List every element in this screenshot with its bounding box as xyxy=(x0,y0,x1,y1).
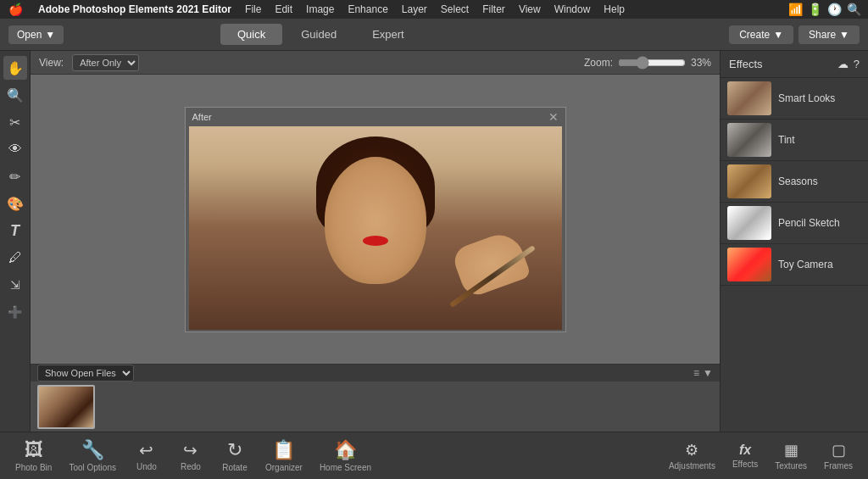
thumbnail-1[interactable] xyxy=(37,385,95,429)
effect-label-smart-looks: Smart Looks xyxy=(778,92,835,104)
search-icon[interactable]: 🔍 xyxy=(847,3,861,16)
menu-enhance[interactable]: Enhance xyxy=(341,2,394,17)
effects-title: Effects xyxy=(729,58,763,70)
menu-window[interactable]: Window xyxy=(548,2,598,17)
rotate-label: Rotate xyxy=(222,463,247,472)
menu-select[interactable]: Select xyxy=(434,2,476,17)
adjustments-icon: ⚙ xyxy=(685,441,698,460)
canvas-window: After ✕ xyxy=(185,107,566,332)
home-screen-button[interactable]: 🏠 Home Screen xyxy=(313,436,378,476)
hand-shape xyxy=(450,228,531,299)
tool-zoom[interactable]: 🔍 xyxy=(3,83,27,107)
create-share-buttons: Create ▼ Share ▼ xyxy=(729,25,860,44)
undo-button[interactable]: ↩ Undo xyxy=(126,437,167,475)
filmstrip-content xyxy=(31,382,720,432)
redo-button[interactable]: ↪ Redo xyxy=(170,437,211,475)
effect-toy-camera[interactable]: Toy Camera xyxy=(721,244,868,286)
tool-move[interactable]: ✋ xyxy=(3,56,27,80)
tool-add[interactable]: ➕ xyxy=(3,300,27,324)
tab-quick[interactable]: Quick xyxy=(220,24,282,45)
zoom-slider[interactable] xyxy=(618,56,686,70)
tool-brush[interactable]: ✏ xyxy=(3,164,27,188)
rotate-button[interactable]: ↻ Rotate xyxy=(214,436,255,476)
menu-help[interactable]: Help xyxy=(597,2,632,17)
menu-edit[interactable]: Edit xyxy=(268,2,299,17)
tool-fill[interactable]: 🎨 xyxy=(3,192,27,215)
effects-cloud-icon[interactable]: ☁ xyxy=(837,58,849,70)
effects-header-icons: ☁ ? xyxy=(837,58,860,70)
apple-icon[interactable]: 🍎 xyxy=(0,3,31,16)
effects-label: Effects xyxy=(732,460,758,469)
filmstrip: Show Open Files ≡ ▼ xyxy=(31,364,720,432)
effect-tint[interactable]: Tint xyxy=(721,120,868,161)
effect-label-seasons: Seasons xyxy=(778,175,818,187)
photo-bin-button[interactable]: 🖼 Photo Bin xyxy=(8,436,58,476)
tool-transform[interactable]: ⇲ xyxy=(3,273,27,297)
frames-label: Frames xyxy=(824,461,853,471)
filmstrip-expand-icon[interactable]: ▼ xyxy=(703,367,713,379)
tool-crop[interactable]: ✂ xyxy=(3,110,27,134)
adjustments-button[interactable]: ⚙ Adjustments xyxy=(662,437,722,474)
undo-label: Undo xyxy=(136,462,157,471)
lips-shape xyxy=(363,236,388,246)
textures-button[interactable]: ▦ Textures xyxy=(768,437,814,474)
effect-thumb-pencil xyxy=(727,206,771,240)
effect-thumb-smart-looks xyxy=(727,81,771,115)
effects-header: Effects ☁ ? xyxy=(721,51,868,78)
tab-expert[interactable]: Expert xyxy=(355,24,421,45)
tool-pen[interactable]: 🖊 xyxy=(3,246,27,270)
zoom-area: Zoom: 33% xyxy=(584,56,711,70)
effect-smart-looks[interactable]: Smart Looks xyxy=(721,78,868,120)
menu-filter[interactable]: Filter xyxy=(476,2,512,17)
tool-eye[interactable]: 👁 xyxy=(3,137,27,161)
menubar: 🍎 Adobe Photoshop Elements 2021 Editor F… xyxy=(0,0,868,19)
adjustments-label: Adjustments xyxy=(669,461,715,471)
photo-canvas[interactable] xyxy=(189,126,562,330)
view-select[interactable]: After Only xyxy=(72,54,139,71)
left-toolbar: ✋ 🔍 ✂ 👁 ✏ 🎨 T 🖊 ⇲ ➕ xyxy=(0,51,31,432)
tab-guided[interactable]: Guided xyxy=(284,24,353,45)
app-title: Adobe Photoshop Elements 2021 Editor xyxy=(31,3,238,15)
effect-seasons[interactable]: Seasons xyxy=(721,161,868,203)
effect-label-pencil: Pencil Sketch xyxy=(778,217,840,229)
effects-fx-icon: fx xyxy=(739,443,751,458)
redo-label: Redo xyxy=(181,462,201,471)
bottom-bar: 🖼 Photo Bin 🔧 Tool Options ↩ Undo ↪ Redo… xyxy=(0,432,868,479)
tool-options-button[interactable]: 🔧 Tool Options xyxy=(62,436,123,476)
effect-pencil-sketch[interactable]: Pencil Sketch xyxy=(721,203,868,244)
face-shape xyxy=(325,157,426,284)
center-area: View: After Only Zoom: 33% After ✕ xyxy=(31,51,720,432)
thumbnail-preview xyxy=(39,387,93,427)
canvas-area: After ✕ xyxy=(31,75,720,364)
share-button[interactable]: Share ▼ xyxy=(798,25,860,44)
menu-items: File Edit Image Enhance Layer Select Fil… xyxy=(238,2,632,17)
effects-button[interactable]: fx Effects xyxy=(726,439,765,472)
home-label: Home Screen xyxy=(320,463,371,472)
effects-list: Smart Looks Tint Seasons Pencil Sketch T… xyxy=(721,78,868,432)
frames-button[interactable]: ▢ Frames xyxy=(817,437,860,474)
filmstrip-bar: Show Open Files ≡ ▼ xyxy=(31,365,720,382)
toolbar: Open ▼ Quick Guided Expert Create ▼ Shar… xyxy=(0,19,868,51)
portrait-background xyxy=(189,126,562,330)
clock-icon: 🕐 xyxy=(827,3,842,16)
organizer-icon: 📋 xyxy=(272,439,295,461)
open-label: Open xyxy=(17,29,42,41)
effect-thumb-seasons xyxy=(727,164,771,198)
filmstrip-list-icon[interactable]: ≡ xyxy=(693,367,699,379)
effects-help-icon[interactable]: ? xyxy=(854,58,860,70)
create-button[interactable]: Create ▼ xyxy=(729,25,793,44)
menu-view[interactable]: View xyxy=(512,2,548,17)
main-area: ✋ 🔍 ✂ 👁 ✏ 🎨 T 🖊 ⇲ ➕ View: After Only Zoo… xyxy=(0,51,868,432)
menubar-right-icons: 📶 🔋 🕐 🔍 xyxy=(788,3,868,16)
wifi-icon: 📶 xyxy=(788,3,803,16)
tool-text[interactable]: T xyxy=(3,219,27,242)
open-button[interactable]: Open ▼ xyxy=(8,25,64,44)
frames-icon: ▢ xyxy=(832,441,846,460)
menu-layer[interactable]: Layer xyxy=(395,2,434,17)
filmstrip-select[interactable]: Show Open Files xyxy=(37,365,134,382)
menu-image[interactable]: Image xyxy=(299,2,341,17)
canvas-close-button[interactable]: ✕ xyxy=(548,111,559,123)
organizer-button[interactable]: 📋 Organizer xyxy=(259,436,309,476)
menu-file[interactable]: File xyxy=(238,2,268,17)
canvas-titlebar: After ✕ xyxy=(186,108,565,126)
